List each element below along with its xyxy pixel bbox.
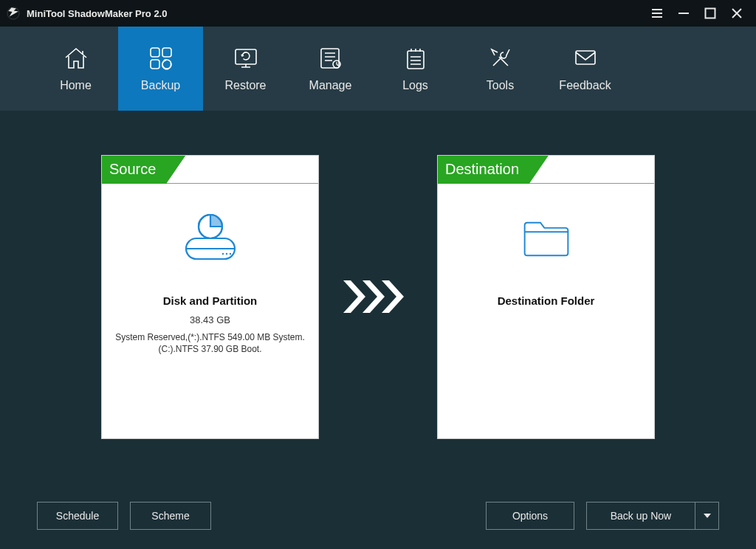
nav-tools[interactable]: Tools <box>458 27 543 111</box>
svg-rect-7 <box>321 49 339 68</box>
nav-label: Manage <box>309 79 352 92</box>
nav-label: Restore <box>224 79 266 92</box>
app-title: MiniTool ShadowMaker Pro 2.0 <box>27 8 167 19</box>
svg-marker-18 <box>362 280 385 313</box>
backup-now-dropdown-caret[interactable] <box>695 503 718 529</box>
nav-logs[interactable]: Logs <box>373 27 458 111</box>
nav-label: Feedback <box>559 79 611 92</box>
navbar: Home Backup <box>0 27 756 111</box>
nav-label: Backup <box>141 79 180 92</box>
options-button[interactable]: Options <box>486 502 574 530</box>
app-logo-icon <box>6 6 21 21</box>
source-size: 38.43 GB <box>190 314 230 325</box>
source-details: System Reserved,(*:).NTFS 549.00 MB Syst… <box>109 331 311 355</box>
source-panel-header: Source <box>102 156 318 184</box>
source-panel[interactable]: Source <box>101 155 319 439</box>
backup-icon <box>148 45 174 72</box>
destination-panel-header: Destination <box>438 156 654 184</box>
destination-panel[interactable]: Destination Destination Folder <box>437 155 655 439</box>
svg-point-12 <box>221 252 223 254</box>
svg-rect-2 <box>151 48 159 57</box>
nav-home[interactable]: Home <box>33 27 118 111</box>
main-area: Source <box>0 111 756 483</box>
svg-rect-4 <box>151 60 159 69</box>
source-title: Disk and Partition <box>163 294 258 307</box>
nav-restore[interactable]: Restore <box>203 27 288 111</box>
schedule-button[interactable]: Schedule <box>37 502 118 530</box>
nav-label: Logs <box>402 79 428 92</box>
destination-header-label: Destination <box>438 156 529 184</box>
minimize-button[interactable] <box>670 0 697 27</box>
backup-now-button[interactable]: Back up Now <box>586 502 719 530</box>
nav-label: Home <box>60 79 92 92</box>
folder-icon <box>513 206 580 272</box>
svg-marker-19 <box>382 280 404 313</box>
svg-rect-9 <box>408 51 424 69</box>
titlebar: MiniTool ShadowMaker Pro 2.0 <box>0 0 756 27</box>
svg-rect-6 <box>236 49 256 64</box>
home-icon <box>63 45 89 72</box>
source-header-label: Source <box>102 156 166 184</box>
disk-icon <box>177 206 244 272</box>
tools-icon <box>487 45 514 72</box>
bottom-toolbar: Schedule Scheme Options Back up Now <box>0 483 756 549</box>
svg-point-14 <box>229 252 230 254</box>
arrow-chevrons-icon <box>319 274 437 319</box>
svg-marker-17 <box>343 280 365 313</box>
svg-rect-10 <box>576 51 595 64</box>
svg-point-13 <box>225 252 227 254</box>
destination-title: Destination Folder <box>498 294 595 307</box>
scheme-button[interactable]: Scheme <box>130 502 211 530</box>
menu-button[interactable] <box>644 0 670 27</box>
nav-backup[interactable]: Backup <box>118 27 203 111</box>
close-button[interactable] <box>724 0 750 27</box>
svg-marker-20 <box>704 514 711 518</box>
nav-feedback[interactable]: Feedback <box>543 27 628 111</box>
restore-icon <box>233 45 259 72</box>
feedback-icon <box>572 45 599 72</box>
nav-manage[interactable]: Manage <box>288 27 373 111</box>
maximize-button[interactable] <box>697 0 724 27</box>
nav-label: Tools <box>487 79 514 92</box>
svg-rect-1 <box>706 9 715 18</box>
svg-rect-3 <box>162 48 171 57</box>
manage-icon <box>317 45 344 72</box>
logs-icon <box>402 45 429 72</box>
